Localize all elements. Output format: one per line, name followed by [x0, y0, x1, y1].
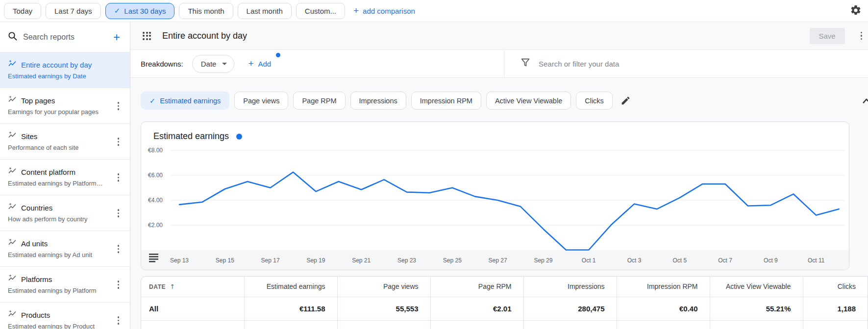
date-range-button[interactable]: Last month [238, 3, 292, 19]
date-range-label: Last month [247, 7, 283, 15]
metric-chip-label: Clicks [585, 97, 604, 105]
metric-chip-label: Impression RPM [420, 97, 472, 105]
filter-placeholder: Search or filter your data [539, 60, 619, 68]
column-header-page-views[interactable]: Page views [337, 277, 430, 297]
metric-chip-page-views[interactable]: Page views [234, 92, 288, 110]
report-item-title: Top pages [21, 96, 55, 105]
metric-chip-estimated-earnings[interactable]: ✓Estimated earnings [141, 92, 229, 110]
item-more-menu-icon[interactable] [117, 280, 121, 290]
svg-text:€6.00: €6.00 [148, 172, 163, 179]
report-item-title-row: Top pages [8, 95, 122, 106]
search-reports-box[interactable]: Search reports + [0, 22, 130, 52]
settings-gear-icon[interactable] [850, 4, 862, 16]
sidebar-item-content-platform[interactable]: Content platformEstimated earnings by Pl… [0, 160, 130, 195]
filter-input[interactable]: Search or filter your data [504, 50, 868, 77]
sidebar-item-platforms[interactable]: PlatformsEstimated earnings by Platform [0, 267, 130, 303]
date-range-button[interactable]: This month [179, 3, 233, 19]
svg-text:Sep 21: Sep 21 [352, 257, 371, 264]
date-range-button[interactable]: Today [4, 3, 41, 19]
report-item-title-row: Platforms [8, 274, 122, 284]
metric-chip-active-view-viewable[interactable]: Active View Viewable [486, 92, 571, 110]
date-range-button[interactable]: Last 7 days [46, 3, 101, 19]
filter-funnel-icon [521, 58, 530, 70]
edit-metrics-pencil-icon[interactable] [620, 95, 631, 106]
value-cell: 55.21% [710, 297, 803, 320]
metric-chip-impressions[interactable]: Impressions [350, 92, 406, 110]
column-header-date[interactable]: DATE↑ [141, 277, 244, 297]
report-title: Entire account by day [162, 31, 247, 41]
svg-text:Oct 9: Oct 9 [764, 257, 778, 264]
breakdown-date-dropdown[interactable]: Date [192, 55, 235, 73]
table-row[interactable]: All€111.5855,553€2.01280,475€0.4055.21%1… [141, 297, 868, 320]
insights-sparkline-icon [8, 309, 17, 320]
value-cell: 280,475 [523, 297, 617, 320]
svg-text:€4.00: €4.00 [148, 197, 163, 204]
item-more-menu-icon[interactable] [117, 315, 121, 326]
sidebar-item-top-pages[interactable]: Top pagesEarnings for your popular pages [0, 88, 130, 124]
table-row-partial [141, 320, 868, 329]
plus-icon: + [353, 5, 359, 16]
sidebar-item-ad-units[interactable]: Ad unitsEstimated earnings by Ad unit [0, 231, 130, 267]
add-breakdown-button[interactable]: + Add [243, 55, 276, 72]
checkmark-icon: ✓ [114, 6, 121, 15]
report-item-title: Products [21, 311, 50, 319]
chart-trend-icon[interactable] [862, 94, 868, 109]
report-more-menu-icon[interactable] [860, 31, 864, 41]
date-range-button[interactable]: Custom... [296, 3, 345, 19]
value-cell: €0.40 [617, 297, 710, 320]
column-header-clicks[interactable]: Clicks [803, 277, 868, 297]
report-item-title-row: Entire account by day [8, 59, 122, 70]
sidebar-item-countries[interactable]: CountriesHow ads perform by country [0, 195, 130, 231]
add-comparison-button[interactable]: + add comparison [353, 5, 415, 16]
metric-chip-label: Active View Viewable [495, 97, 562, 105]
report-item-subtitle: Estimated earnings by Product [8, 323, 113, 329]
empty-cell [617, 320, 710, 329]
date-range-buttons: TodayLast 7 days✓Last 30 daysThis monthL… [4, 3, 345, 19]
insights-sparkline-icon [8, 95, 17, 106]
report-item-subtitle: Earnings for your popular pages [8, 108, 113, 116]
insights-sparkline-icon [8, 59, 17, 70]
metric-chips-row: ✓Estimated earningsPage viewsPage RPMImp… [141, 92, 868, 110]
metric-chip-clicks[interactable]: Clicks [576, 92, 613, 110]
sidebar-item-entire-account-by-day[interactable]: Entire account by dayEstimated earnings … [0, 52, 130, 88]
date-range-button[interactable]: ✓Last 30 days [105, 3, 175, 19]
metric-chip-impression-rpm[interactable]: Impression RPM [411, 92, 481, 110]
date-range-toolbar: TodayLast 7 days✓Last 30 daysThis monthL… [0, 0, 868, 22]
report-content: ✓Estimated earningsPage viewsPage RPMImp… [130, 78, 868, 329]
svg-text:Sep 29: Sep 29 [534, 257, 552, 264]
metric-chip-page-rpm[interactable]: Page RPM [293, 92, 345, 110]
metric-chip-label: Page views [243, 97, 279, 105]
item-more-menu-icon[interactable] [117, 244, 121, 254]
empty-cell [803, 320, 868, 329]
svg-text:Oct 1: Oct 1 [582, 257, 596, 264]
row-label-cell: All [141, 297, 244, 320]
save-button[interactable]: Save [810, 28, 845, 44]
svg-text:Sep 13: Sep 13 [170, 257, 189, 264]
add-breakdown-label: Add [258, 60, 272, 68]
report-item-title-row: Countries [8, 202, 122, 213]
new-report-plus-icon[interactable]: + [113, 30, 120, 44]
column-header-impression-rpm[interactable]: Impression RPM [617, 277, 710, 297]
report-item-title: Platforms [21, 275, 52, 283]
date-range-label: Last 7 days [54, 7, 92, 15]
earnings-line-chart[interactable]: €2.00€4.00€6.00€8.00 Sep 13Sep 15Sep 17S… [141, 144, 849, 270]
report-item-title-row: Products [8, 309, 122, 320]
sidebar-item-sites[interactable]: SitesPerformance of each site [0, 124, 130, 160]
date-range-label: Custom... [305, 7, 336, 15]
column-header-estimated-earnings[interactable]: Estimated earnings [244, 277, 337, 297]
column-header-active-view-viewable[interactable]: Active View Viewable [710, 277, 803, 297]
column-header-impressions[interactable]: Impressions [523, 277, 617, 297]
report-item-subtitle: Estimated earnings by Platform… [8, 180, 113, 187]
notification-dot [276, 53, 280, 57]
item-more-menu-icon[interactable] [117, 172, 121, 183]
report-item-subtitle: Estimated earnings by Date [8, 72, 113, 80]
item-more-menu-icon[interactable] [117, 137, 121, 147]
checkmark-icon: ✓ [149, 97, 155, 105]
breakdown-date-value: Date [201, 60, 217, 68]
column-header-page-rpm[interactable]: Page RPM [430, 277, 523, 297]
sidebar-item-products[interactable]: ProductsEstimated earnings by Product [0, 303, 130, 329]
item-more-menu-icon[interactable] [117, 101, 121, 111]
item-more-menu-icon[interactable] [117, 208, 121, 218]
report-grid-icon[interactable] [143, 32, 151, 40]
metric-chip-label: Impressions [359, 97, 397, 105]
